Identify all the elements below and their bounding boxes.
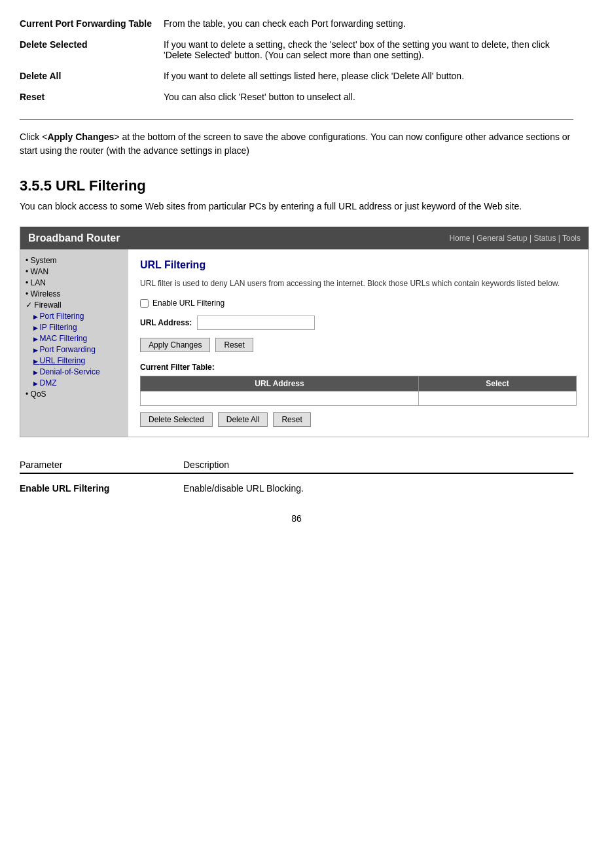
doc-term: Delete All [20, 65, 164, 86]
url-address-label: URL Address: [140, 318, 192, 327]
doc-term: Delete Selected [20, 34, 164, 65]
enable-url-filter-label: Enable URL Filtering [153, 298, 225, 308]
sidebar-item-dmz[interactable]: DMZ [26, 378, 123, 388]
doc-table-row: Delete Selected If you want to delete a … [20, 34, 573, 65]
apply-changes-text: Apply Changes [47, 132, 114, 142]
enable-url-filter-row: Enable URL Filtering [140, 298, 577, 308]
doc-desc: You can also click 'Reset' button to uns… [164, 86, 573, 107]
url-address-input[interactable] [197, 316, 315, 330]
sidebar-item-firewall[interactable]: Firewall [26, 300, 123, 310]
router-ui-box: Broadband Router Home | General Setup | … [20, 226, 589, 437]
section-description: You can block access to some Web sites f… [20, 200, 573, 213]
delete-selected-button[interactable]: Delete Selected [140, 412, 213, 427]
router-sidebar: SystemWANLANWirelessFirewallPort Filteri… [20, 249, 128, 437]
param-table-row: Enable URL Filtering Enable/disable URL … [20, 473, 573, 500]
filter-table-empty-row [141, 391, 577, 406]
doc-table-row: Current Port Forwarding Table From the t… [20, 13, 573, 34]
url-address-row: URL Address: [140, 316, 577, 330]
doc-desc: From the table, you can check each Port … [164, 13, 573, 34]
filter-btn-row: Delete Selected Delete All Reset [140, 412, 577, 427]
desc-header: Description [183, 457, 573, 473]
doc-table-row: Delete All If you want to delete all set… [20, 65, 573, 86]
section-heading: 3.5.5 URL Filtering [20, 177, 573, 194]
reset-button-2[interactable]: Reset [273, 412, 310, 427]
router-main-desc: URL filter is used to deny LAN users fro… [140, 278, 577, 289]
sidebar-item-wan[interactable]: WAN [26, 267, 123, 276]
apply-reset-btn-row: Apply Changes Reset [140, 338, 577, 352]
param-desc: Enable/disable URL Blocking. [183, 473, 573, 500]
param-term: Enable URL Filtering [20, 473, 183, 500]
filter-table-header-select: Select [419, 376, 577, 391]
sidebar-item-lan[interactable]: LAN [26, 278, 123, 287]
apply-paragraph: Click <Apply Changes> at the bottom of t… [20, 130, 573, 158]
doc-term: Reset [20, 86, 164, 107]
filter-table-label: Current Filter Table: [140, 363, 577, 372]
param-table: Parameter Description Enable URL Filteri… [20, 457, 573, 500]
delete-all-button[interactable]: Delete All [218, 412, 268, 427]
reset-button-1[interactable]: Reset [215, 338, 253, 352]
router-main-title: URL Filtering [140, 259, 577, 271]
sidebar-item-port-forwarding[interactable]: Port Forwarding [26, 345, 123, 354]
doc-desc: If you want to delete a setting, check t… [164, 34, 573, 65]
router-body: SystemWANLANWirelessFirewallPort Filteri… [20, 249, 588, 437]
divider-1 [20, 119, 573, 120]
router-brand: Broadband Router [28, 232, 120, 244]
sidebar-item-url-filtering[interactable]: URL Filtering [26, 356, 123, 365]
page-number: 86 [20, 513, 573, 524]
filter-table-header-url: URL Address [141, 376, 419, 391]
doc-desc: If you want to delete all settings liste… [164, 65, 573, 86]
router-main: URL Filtering URL filter is used to deny… [128, 249, 588, 437]
sidebar-item-ip-filtering[interactable]: IP Filtering [26, 323, 123, 332]
doc-table: Current Port Forwarding Table From the t… [20, 13, 573, 107]
sidebar-item-system[interactable]: System [26, 256, 123, 265]
sidebar-item-wireless[interactable]: Wireless [26, 289, 123, 298]
apply-changes-button[interactable]: Apply Changes [140, 338, 210, 352]
router-header: Broadband Router Home | General Setup | … [20, 227, 588, 249]
sidebar-item-mac-filtering[interactable]: MAC Filtering [26, 334, 123, 343]
param-header: Parameter [20, 457, 183, 473]
sidebar-item-denial-of-service[interactable]: Denial-of-Service [26, 367, 123, 376]
filter-table: URL Address Select [140, 376, 577, 406]
router-nav: Home | General Setup | Status | Tools [449, 234, 581, 243]
doc-term: Current Port Forwarding Table [20, 13, 164, 34]
doc-table-row: Reset You can also click 'Reset' button … [20, 86, 573, 107]
sidebar-item-qos[interactable]: QoS [26, 389, 123, 399]
enable-url-filter-checkbox[interactable] [140, 299, 149, 308]
sidebar-item-port-filtering[interactable]: Port Filtering [26, 312, 123, 321]
